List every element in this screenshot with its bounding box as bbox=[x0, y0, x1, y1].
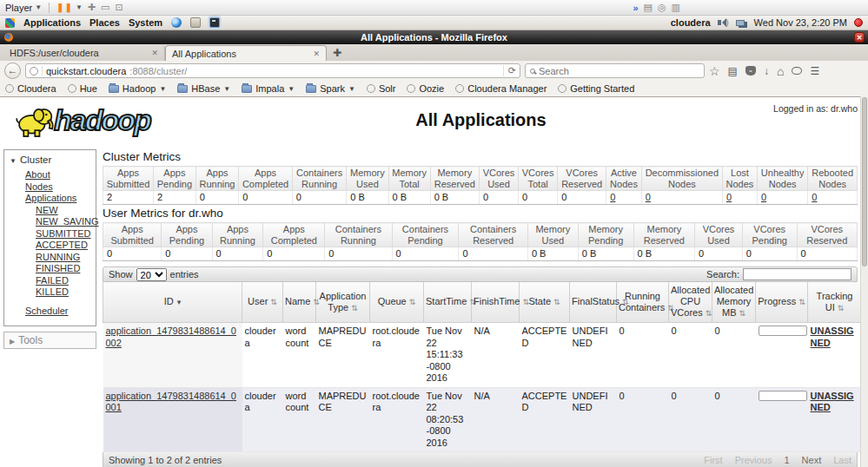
table-search-input[interactable] bbox=[743, 268, 851, 280]
col-header-id[interactable]: ID▾ bbox=[103, 282, 242, 323]
menu-hamburger-icon[interactable]: ☰ bbox=[810, 66, 819, 76]
sidebar-item-failed[interactable]: FAILED bbox=[4, 275, 96, 287]
page-button-first[interactable]: First bbox=[704, 455, 722, 465]
metric-col-apps-running: Apps Running bbox=[195, 167, 238, 191]
home-icon[interactable]: ⌂ bbox=[777, 65, 784, 77]
sidebar-item-finished[interactable]: FINISHED bbox=[4, 263, 96, 275]
bookmark-spark[interactable]: Spark▼ bbox=[306, 83, 355, 94]
user-metrics-title: User Metrics for dr.who bbox=[103, 207, 858, 220]
scrollbar-thumb[interactable] bbox=[862, 97, 867, 266]
col-header-allocated-memory-mb[interactable]: Allocated Memory MB⇅ bbox=[712, 282, 756, 323]
metric-link[interactable]: 0 bbox=[812, 192, 817, 202]
url-bar[interactable]: quickstart.cloudera :8088/cluster/ ⟳ bbox=[25, 63, 520, 78]
col-header-progress[interactable]: Progress⇅ bbox=[756, 282, 808, 323]
col-header-finishtime[interactable]: FinishTime⇅ bbox=[472, 282, 520, 323]
scrollbar[interactable] bbox=[860, 96, 868, 467]
tab-all-applications[interactable]: All Applications ✕ bbox=[165, 45, 327, 61]
bookmark-getting-started[interactable]: Getting Started bbox=[558, 83, 634, 94]
page-button-last[interactable]: Last bbox=[833, 455, 851, 465]
tracking-ui-link[interactable]: UNASSIGNED bbox=[811, 391, 854, 413]
tracking-ui-link[interactable]: UNASSIGNED bbox=[811, 326, 854, 348]
metric-link[interactable]: 0 bbox=[646, 192, 651, 202]
unity-icon[interactable]: ⊡ bbox=[115, 3, 123, 12]
col-header-finalstatus[interactable]: FinalStatus⇅ bbox=[570, 282, 617, 323]
sidebar-item-accepted[interactable]: ACCEPTED bbox=[4, 240, 96, 252]
ctrl-alt-del-icon[interactable]: ✚ bbox=[88, 3, 96, 12]
bookmarks-menu-icon[interactable]: ▤ bbox=[728, 66, 738, 76]
application-id-link[interactable]: application_1479831488614_0001 bbox=[106, 391, 236, 413]
suspend-button[interactable]: ❚❚ ▼ bbox=[56, 3, 83, 12]
globe-icon bbox=[558, 84, 567, 93]
col-label: Queue bbox=[378, 296, 407, 306]
fullscreen-icon[interactable]: ▭ bbox=[101, 3, 109, 12]
application-id-link[interactable]: application_1479831488614_0002 bbox=[106, 326, 236, 348]
sidebar-item-about[interactable]: About bbox=[4, 169, 96, 181]
page-button-next[interactable]: Next bbox=[802, 455, 822, 465]
tools-nav-box[interactable]: ▶Tools bbox=[3, 332, 96, 349]
reload-icon[interactable]: ⟳ bbox=[503, 65, 516, 76]
site-identity-icon[interactable] bbox=[30, 67, 38, 76]
page-size-select[interactable]: 20 bbox=[136, 268, 167, 281]
search-input[interactable] bbox=[539, 66, 699, 76]
bookmark-impala[interactable]: Impala▼ bbox=[242, 83, 295, 94]
metric-link[interactable]: 0 bbox=[761, 192, 766, 202]
sidebar-item-applications[interactable]: Applications bbox=[4, 193, 96, 205]
tab-close-icon[interactable]: ✕ bbox=[146, 49, 158, 57]
tab-hdfs[interactable]: HDFS:/user/cloudera ✕ bbox=[3, 45, 165, 61]
window-close-button[interactable]: ✕ bbox=[854, 32, 865, 43]
cluster-nav-header[interactable]: ▼Cluster bbox=[4, 152, 96, 169]
network-status-icon[interactable] bbox=[736, 20, 745, 26]
notification-icon[interactable] bbox=[854, 18, 863, 27]
sidebar-item-scheduler[interactable]: Scheduler bbox=[4, 306, 96, 318]
downloads-icon[interactable]: ↓ bbox=[764, 66, 769, 76]
col-header-user[interactable]: User⇅ bbox=[242, 282, 283, 323]
menu-places[interactable]: Places bbox=[89, 17, 120, 28]
tab-close-icon[interactable]: ✕ bbox=[308, 49, 320, 58]
firefox-launcher-icon[interactable] bbox=[171, 17, 182, 28]
metric-col-vcores-total: VCores Total bbox=[519, 167, 558, 191]
vmware-player-menu[interactable]: Player ▼ bbox=[5, 3, 42, 13]
page-button-previous[interactable]: Previous bbox=[735, 455, 772, 465]
sidebar-item-new-saving[interactable]: NEW_SAVING bbox=[4, 216, 96, 228]
sidebar-item-nodes[interactable]: Nodes bbox=[4, 181, 96, 194]
col-header-queue[interactable]: Queue⇅ bbox=[370, 282, 424, 323]
bookmark-cloudera-manager[interactable]: Cloudera Manager bbox=[455, 83, 547, 94]
terminal-icon[interactable] bbox=[209, 17, 220, 28]
devices-expand-icon[interactable]: » bbox=[633, 3, 638, 13]
sidebar-item-killed[interactable]: KILLED bbox=[4, 286, 96, 299]
sidebar-item-new[interactable]: NEW bbox=[4, 205, 96, 217]
col-header-application-type[interactable]: Application Type⇅ bbox=[316, 282, 370, 323]
sidebar-item-running[interactable]: RUNNING bbox=[4, 252, 96, 264]
col-header-allocated-cpu-vcores[interactable]: Allocated CPU VCores⇅ bbox=[669, 282, 712, 323]
harddisk-icon[interactable]: ▤ bbox=[644, 3, 653, 12]
metric-col-containers-running: Containers Running bbox=[325, 223, 392, 247]
bookmark-cloudera[interactable]: Cloudera bbox=[5, 83, 56, 94]
metric-link[interactable]: 0 bbox=[726, 192, 732, 202]
sidebar-item-submitted[interactable]: SUBMITTED bbox=[4, 228, 96, 240]
col-header-running-containers[interactable]: Running Containers⇅ bbox=[617, 282, 669, 323]
col-header-starttime[interactable]: StartTime⇅ bbox=[424, 282, 472, 323]
bookmark-hue[interactable]: Hue bbox=[68, 83, 97, 94]
search-bar[interactable] bbox=[525, 63, 705, 78]
page-button-1[interactable]: 1 bbox=[784, 455, 789, 465]
volume-icon[interactable]: ) bbox=[718, 18, 729, 27]
bookmark-solr[interactable]: Solr bbox=[367, 83, 396, 94]
bookmark-hadoop[interactable]: Hadoop▼ bbox=[109, 83, 166, 94]
menu-applications[interactable]: Applications bbox=[23, 17, 81, 28]
file-manager-icon[interactable] bbox=[190, 17, 201, 28]
cdrom-icon[interactable]: ◎ bbox=[658, 3, 666, 12]
bookmark-star-icon[interactable]: ☆ bbox=[709, 65, 720, 77]
back-button[interactable]: ← bbox=[4, 62, 21, 79]
bookmark-oozie[interactable]: Oozie bbox=[407, 83, 444, 94]
hello-icon[interactable] bbox=[792, 67, 802, 75]
menu-system[interactable]: System bbox=[129, 17, 162, 28]
network-adapter-icon[interactable]: ▥ bbox=[672, 3, 680, 12]
metric-link[interactable]: 0 bbox=[610, 192, 615, 202]
pocket-icon[interactable]: ⌄ bbox=[745, 66, 756, 76]
col-header-tracking-ui[interactable]: Tracking UI⇅ bbox=[808, 282, 862, 323]
chevron-down-icon: ▼ bbox=[35, 3, 42, 11]
new-tab-button[interactable]: ✚ bbox=[327, 47, 348, 61]
col-header-name[interactable]: Name⇅ bbox=[283, 282, 316, 323]
cluster-nav-box: ▼Cluster AboutNodesApplicationsNEWNEW_SA… bbox=[3, 149, 96, 326]
bookmark-hbase[interactable]: HBase▼ bbox=[177, 83, 230, 94]
